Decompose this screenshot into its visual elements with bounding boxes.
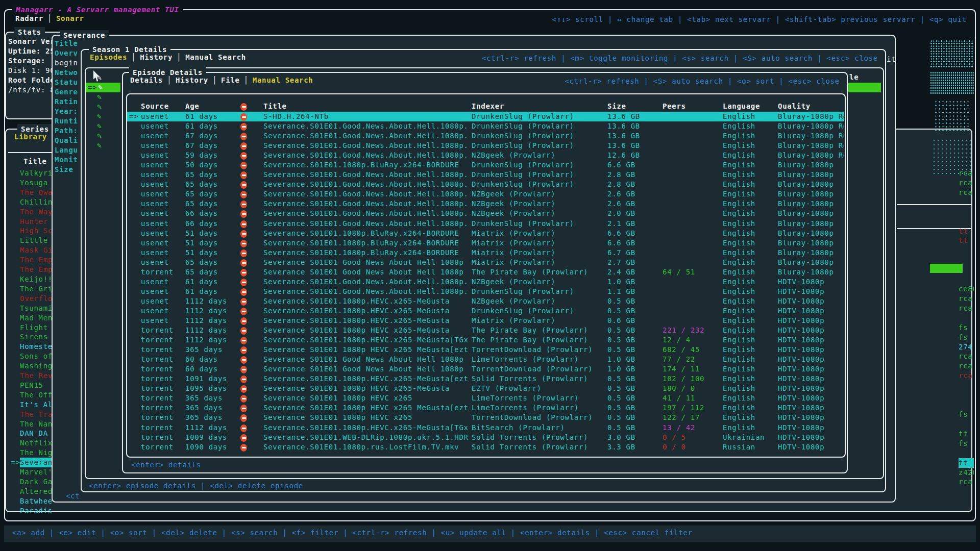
clipped-text-fragment: rca (959, 304, 974, 313)
severance-field-label: Netwo (55, 68, 78, 78)
tab-sonarr[interactable]: Sonarr (56, 14, 84, 22)
release-row[interactable]: torrent60 daysSeverance S01E01 Good News… (127, 355, 844, 364)
release-row[interactable]: usenet65 daysSeverance S01E01 Good News … (127, 258, 844, 267)
column-header: Quality (778, 102, 844, 111)
reject-icon (240, 201, 247, 208)
release-row[interactable]: usenet51 daysSeverance.S01E01.1080p.BluR… (127, 238, 844, 248)
release-row[interactable]: torrent1095 daysSeverance S01E01 1080p H… (127, 384, 844, 393)
clipped-progress-bar (930, 264, 963, 273)
clipped-text-fragment: fs (959, 439, 974, 448)
severance-field-label: Langu (55, 145, 78, 155)
reject-icon (240, 113, 247, 121)
episode-keybinds-hint: <ctrl-r> refresh | <S> auto search | <o>… (565, 77, 840, 85)
tab-separator: │ (208, 76, 221, 84)
release-row[interactable]: torrent65 daysSeverance S01E01 Good News… (127, 267, 844, 277)
monitored-icon: ✎ (97, 131, 107, 141)
monitored-icon: ✎ (98, 83, 108, 92)
peers-value: 102 / 100 (663, 374, 704, 383)
release-row[interactable]: usenet59 daysSeverance.S01E01.Good.News.… (127, 151, 844, 160)
release-row[interactable]: usenet1112 daysSeverance.S01E01.1080p.HE… (127, 306, 844, 316)
release-row[interactable]: torrent1009 daysSeverance.S01E01.WEB-DLR… (127, 433, 844, 442)
tab-episodes[interactable]: Episodes (90, 53, 127, 61)
release-row[interactable]: usenet66 daysSeverance.S01E01.Good.News.… (127, 219, 844, 229)
reject-icon (240, 240, 247, 247)
series-item[interactable]: Paradis (6, 506, 64, 516)
reject-icon (240, 210, 247, 218)
tab-season-manual-search[interactable]: Manual Search (185, 53, 246, 61)
release-row[interactable]: usenet61 daysSeverance.S01E01.Good.News.… (127, 277, 844, 287)
column-header: Peers (663, 102, 723, 111)
release-row[interactable]: usenet51 daysSeverance.S01E01.1080p.BluR… (127, 248, 844, 258)
reject-icon (240, 103, 247, 111)
reject-icon (240, 279, 247, 286)
stat-line: Uptime: 25 (8, 46, 55, 56)
tab-details[interactable]: Details (130, 76, 163, 84)
tab-season-history[interactable]: History (140, 53, 173, 61)
release-row[interactable]: torrent1091 daysSeverance.S01E01.1080p.H… (127, 374, 844, 384)
clipped-text-fragment: tt (959, 458, 974, 468)
selected-episode-row[interactable]: => ✎ (86, 83, 120, 92)
stat-line: /nfs/tv: 8 (8, 85, 55, 95)
release-row[interactable]: usenet61 daysSeverance.S01E01.Good.News.… (127, 121, 844, 131)
reject-icon (240, 162, 247, 169)
peers-value: 122 / 17 (663, 413, 700, 421)
release-row[interactable]: usenet1112 daysSeverance.S01E01.1080p.HE… (127, 316, 844, 325)
clipped-text-fragment: fs (959, 323, 974, 333)
clipped-text-fragment: tt (959, 236, 974, 245)
peers-value: 221 / 232 (663, 326, 704, 334)
release-row[interactable]: torrent365 daysSeverance S01E01 1080p HE… (127, 345, 844, 355)
release-row[interactable]: usenet51 daysSeverance.S01E01.1080p.BluR… (127, 229, 844, 238)
peers-value: 197 / 112 (663, 404, 704, 412)
clipped-text-fragment: rca (959, 294, 974, 304)
monitor-column-header-icon: ✎ (97, 73, 107, 83)
release-row[interactable]: usenet65 daysSeverance.S01E01.Good.News.… (127, 189, 844, 199)
release-row[interactable]: usenet65 daysSeverance.S01E01.Good.News.… (127, 199, 844, 209)
selection-marker: => (6, 458, 20, 467)
release-row[interactable]: torrent1090 daysSeverance.S01E01.1080p.r… (127, 442, 844, 452)
release-row[interactable]: =>usenet61 daysS-HD.H.264-NTbDrunkenSlug… (127, 112, 844, 121)
clipped-text-fragment: rca (959, 371, 974, 381)
release-row[interactable]: torrent365 daysSeverance S01E01 1080p HE… (127, 403, 844, 413)
clipped-border-line (897, 204, 971, 205)
release-row[interactable]: usenet67 daysSeverance.S01E01.Good.News.… (127, 131, 844, 141)
release-row[interactable]: torrent1112 daysSeverance S01E01 1080p H… (127, 325, 844, 335)
global-keybinds-hint: <↑↓> scroll | ↔ change tab | <tab> next … (552, 15, 967, 23)
reject-icon (240, 259, 247, 267)
peers-value: 41 / 11 (663, 394, 695, 402)
tab-manual-search[interactable]: Manual Search (253, 76, 313, 84)
tab-file[interactable]: File (221, 76, 240, 84)
peers-value: 174 / 11 (663, 365, 700, 373)
peers-value: 13 / 42 (663, 423, 695, 432)
release-row[interactable]: usenet67 daysSeverance.S01E01.Good.News.… (127, 141, 844, 151)
release-row[interactable]: torrent1112 daysSeverance.S01E01.1080p.H… (127, 423, 844, 433)
selection-marker: => (86, 83, 97, 91)
release-row[interactable]: torrent365 daysSeverance S01E01 1080p HE… (127, 413, 844, 422)
reject-icon (240, 123, 247, 131)
column-header: Age (185, 102, 240, 111)
peers-value: 12 / 4 (663, 336, 691, 344)
release-row[interactable]: usenet65 daysSeverance.S01E01.Good.News.… (127, 180, 844, 189)
release-row[interactable]: torrent365 daysSeverance S01E01 1080p HE… (127, 393, 844, 403)
release-row[interactable]: torrent1112 daysSeverance.S01E01.1080p.H… (127, 335, 844, 345)
severance-clipped-text: it (887, 55, 896, 63)
season-footer-keybinds: <enter> episode details | <del> delete e… (89, 482, 303, 490)
tab-episode-history[interactable]: History (176, 76, 208, 84)
clipped-text-fragment: rca (959, 188, 974, 197)
clipped-text-fragment: tt (959, 227, 974, 236)
stat-line: Storage: (8, 56, 55, 66)
severance-field-label: Size (55, 165, 78, 174)
reject-icon (240, 395, 247, 403)
monitored-icon: ✎ (97, 112, 107, 121)
release-row[interactable]: usenet66 daysSeverance.S01E01.Good.News.… (127, 209, 844, 218)
release-row[interactable]: usenet1112 daysSeverance.S01E01.1080p.HE… (127, 296, 844, 306)
release-row[interactable]: torrent60 daysSeverance S01E01 Good News… (127, 364, 844, 374)
tab-radarr[interactable]: Radarr (15, 14, 43, 22)
release-row[interactable]: usenet65 daysSeverance.S01E01.Good.News.… (127, 170, 844, 180)
tab-library[interactable]: Library (14, 133, 47, 141)
reject-icon (240, 327, 247, 335)
release-row[interactable]: usenet61 daysSeverance.S01E01.Good.News.… (127, 287, 844, 296)
reject-icon (240, 152, 247, 160)
release-row[interactable]: usenet50 daysSeverance.S01E01.1080p.BluR… (127, 160, 844, 170)
severance-field-label: Runti (55, 116, 78, 126)
tab-separator: │ (163, 76, 176, 84)
